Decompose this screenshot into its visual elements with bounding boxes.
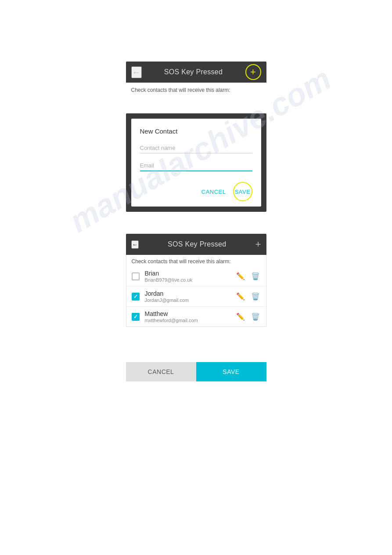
delete-button-brian[interactable]: 🗑️ <box>250 272 261 281</box>
dialog-save-button[interactable]: SAVE <box>233 182 252 201</box>
contact-name-matthew: Matthew <box>145 310 235 317</box>
panel1-title: SOS Key Pressed <box>142 68 245 76</box>
table-row: Matthew mxtthewford@gmail.com ✏️ 🗑️ <box>126 307 266 326</box>
contact-list: Brian BrianB979@live.co.uk ✏️ 🗑️ Jordan … <box>126 266 266 327</box>
contact-checkbox-brian[interactable] <box>132 272 140 280</box>
edit-button-jordan[interactable]: ✏️ <box>235 292 246 301</box>
back-button-2[interactable]: ← <box>131 240 139 249</box>
back-button[interactable]: ← <box>131 66 142 78</box>
edit-button-brian[interactable]: ✏️ <box>235 272 246 281</box>
contact-email-matthew: mxtthewford@gmail.com <box>145 318 235 323</box>
edit-button-matthew[interactable]: ✏️ <box>235 312 246 321</box>
table-row: Jordan JordanJ@gmail.com ✏️ 🗑️ <box>126 287 266 307</box>
panel2-header: ← SOS Key Pressed + <box>126 234 266 255</box>
contact-checkbox-jordan[interactable] <box>132 293 140 301</box>
panel1-header: ← SOS Key Pressed + <box>126 62 266 83</box>
email-input[interactable] <box>140 160 252 171</box>
contact-info-brian: Brian BrianB979@live.co.uk <box>145 270 235 283</box>
contact-info-jordan: Jordan JordanJ@gmail.com <box>145 290 235 303</box>
contact-checkbox-matthew[interactable] <box>132 313 140 321</box>
contact-name-input[interactable] <box>140 143 252 153</box>
dialog-actions: CANCEL SAVE <box>140 182 252 201</box>
panel2-title: SOS Key Pressed <box>139 240 255 248</box>
cancel-button[interactable]: CANCEL <box>126 362 196 381</box>
add-contact-button-2[interactable]: + <box>255 239 261 249</box>
contacts-panel: ← SOS Key Pressed + Check contacts that … <box>126 234 266 327</box>
top-panel: ← SOS Key Pressed + Check contacts that … <box>126 62 266 96</box>
delete-button-jordan[interactable]: 🗑️ <box>250 292 261 301</box>
contact-actions-matthew: ✏️ 🗑️ <box>235 312 261 321</box>
contact-name-brian: Brian <box>145 270 235 277</box>
table-row: Brian BrianB979@live.co.uk ✏️ 🗑️ <box>126 266 266 287</box>
dialog-cancel-button[interactable]: CANCEL <box>198 186 230 198</box>
dialog-card: New Contact CANCEL SAVE <box>131 119 261 207</box>
delete-button-matthew[interactable]: 🗑️ <box>250 312 261 321</box>
panel1-subtext: Check contacts that will receive this al… <box>126 83 266 96</box>
bottom-actions: CANCEL SAVE <box>126 362 266 381</box>
contact-name-jordan: Jordan <box>145 290 235 297</box>
save-button[interactable]: SAVE <box>196 362 266 381</box>
contact-email-brian: BrianB979@live.co.uk <box>145 277 235 283</box>
dialog-title: New Contact <box>140 127 252 135</box>
contact-actions-brian: ✏️ 🗑️ <box>235 272 261 281</box>
panel2-subtext: Check contacts that will receive this al… <box>126 255 266 266</box>
contact-actions-jordan: ✏️ 🗑️ <box>235 292 261 301</box>
add-contact-button-top[interactable]: + <box>245 64 261 80</box>
new-contact-dialog: New Contact CANCEL SAVE <box>126 113 266 212</box>
contact-info-matthew: Matthew mxtthewford@gmail.com <box>145 310 235 323</box>
contact-email-jordan: JordanJ@gmail.com <box>145 297 235 303</box>
